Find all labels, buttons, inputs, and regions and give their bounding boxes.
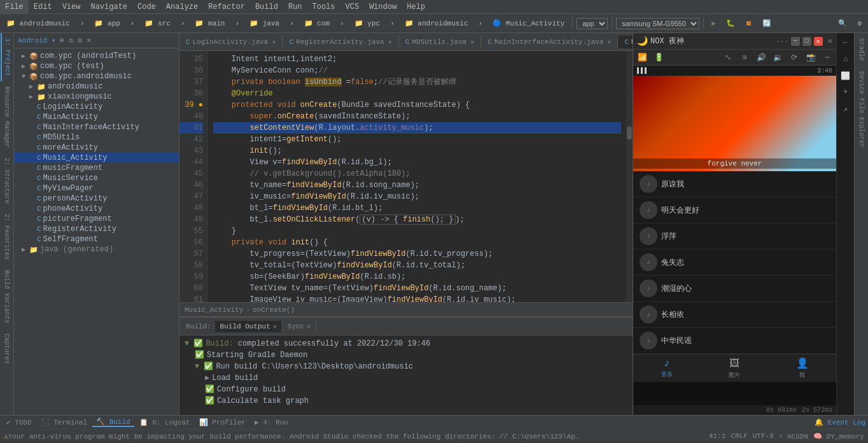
menu-refactor[interactable]: Refactor [203,0,250,14]
tree-item-more[interactable]: C moreActivity [14,143,179,153]
breadcrumb-music-activity[interactable]: Music_Activity [185,306,243,314]
nox-nav-me[interactable]: 👤 我 [769,357,836,379]
profiler-tab[interactable]: 📊 Profiler [195,418,249,426]
build-output-tab[interactable]: Build Output ✕ [215,321,283,332]
nox-maximize-button[interactable]: □ [802,37,811,46]
run-button[interactable]: ▶ [708,18,720,29]
status-crlf[interactable]: CRLF [731,432,747,440]
nox-more-icon[interactable]: ··· [776,38,788,45]
status-encoding[interactable]: UTF-8 [753,432,774,440]
menu-edit[interactable]: Edit [29,0,57,14]
tab-musicactivity[interactable]: C Music_Activity.java ✕ [618,36,633,48]
debug-button[interactable]: 🐛 [722,18,739,29]
nox-tool-vol-down[interactable]: 🔉 [770,51,785,64]
toolbar-src[interactable]: 📁 src [141,18,174,29]
tree-item-phone[interactable]: C phoneActivity [14,204,179,214]
nox-playlist-item-1[interactable]: ♪ 原谅我 [633,171,836,197]
menu-view[interactable]: View [57,0,86,14]
menu-window[interactable]: Window [364,0,402,14]
menu-run[interactable]: Run [283,0,307,14]
tree-item-musicservice[interactable]: C MusicService [14,173,179,183]
code-content[interactable]: Intent intent1,intent2; MyServiceConn co… [208,51,626,302]
event-log-link[interactable]: 🔔 Event Log [815,418,865,426]
tree-item-login[interactable]: C LoginActivity [14,102,179,112]
todo-tab[interactable]: ✔ TODO [3,418,36,426]
menu-code[interactable]: Code [132,0,161,14]
nox-nav-music[interactable]: ♪ 音乐 [633,358,701,379]
nox-share-button[interactable]: ↗ [839,102,853,116]
toolbar-project[interactable]: 📁 androidmusic [3,18,74,29]
structure-tab[interactable]: 2: Structure [1,153,12,209]
tree-item-person[interactable]: C personActivity [14,193,179,204]
tree-item-xiaoxiong[interactable]: ▶ 📁 xiaoxiongmusic [14,92,179,102]
logcat-tab[interactable]: 📋 6: Logcat [136,418,194,426]
terminal-tab[interactable]: ⬛ Terminal [37,418,91,426]
tree-item-java-gen[interactable]: ▶ 📁 java (generated) [14,244,179,255]
settings-button[interactable]: ⚙ [853,18,865,29]
sync-tab[interactable]: Sync ✕ [283,321,316,332]
nox-add-app-button[interactable]: + [839,85,853,99]
sync-close[interactable]: ✕ [307,323,311,330]
toolbar-java[interactable]: 📁 java [246,18,283,29]
nox-playlist-item-7[interactable]: ♪ 中华民谣 [633,328,836,354]
tab-loginactivity[interactable]: C LoginActivity.java ✕ [179,36,283,48]
add-icon[interactable]: ⊕ [58,35,65,46]
tree-item-register[interactable]: C RegisterActivity [14,224,179,234]
nox-screen[interactable]: ▌▌▌ 3:46 forgive never ♪ 原谅我 [633,66,836,405]
editor-scrollbar[interactable] [626,51,633,302]
menu-tools[interactable]: Tools [307,0,340,14]
nox-tool-scale[interactable]: ⤡ [720,51,736,64]
sync-button[interactable]: 🔄 [759,18,775,29]
build-variants-tab[interactable]: Build Variants [1,265,12,328]
build-tab-bottom[interactable]: 🔨 Build [92,418,134,427]
tree-item-maininterface[interactable]: C MainInterfaceActivity [14,122,179,132]
menu-file[interactable]: File [0,0,29,14]
tree-item-androidmusic-folder[interactable]: ▶ 📁 androidmusic [14,81,179,92]
nox-tool-wifi[interactable]: 📶 [634,51,650,64]
tab-close-login[interactable]: ✕ [272,38,276,46]
run-tab[interactable]: ▶ 4: Run [251,418,292,426]
resource-manager-tab[interactable]: Resource Manager [1,81,12,153]
tree-item-test[interactable]: ▶ 📦 com.ypc (test) [14,61,179,71]
nox-recent-button[interactable]: ⬜ [839,69,853,83]
build-output-close[interactable]: ✕ [273,323,277,330]
project-tab[interactable]: 1: Project [1,33,13,81]
tree-item-md5[interactable]: C MD5Utils [14,132,179,143]
toolbar-app[interactable]: 📁 app [90,18,123,29]
nox-tool-more[interactable]: ⋯ [820,51,835,64]
nox-back-nav-button[interactable]: ← [839,36,853,50]
nox-back-icon[interactable]: « [828,37,832,46]
tree-item-mainactivity[interactable]: C MainActivity [14,112,179,122]
nox-tool-battery[interactable]: 🔋 [651,51,666,64]
nox-tool-shake[interactable]: ≋ [737,51,752,64]
nox-minimize-button[interactable]: ─ [791,37,800,46]
tree-item-androidmusic-pkg[interactable]: ▼ 📦 com.ypc.androidmusic [14,71,179,81]
run-config-dropdown[interactable]: app [577,18,608,29]
gear-icon[interactable]: ⚙ [76,35,83,46]
tab-md5utils[interactable]: C MD5Utils.java ✕ [399,36,481,48]
menu-navigate[interactable]: Navigate [85,0,132,14]
tab-close-md5[interactable]: ✕ [470,38,474,46]
status-position[interactable]: 41:1 [709,432,725,440]
sync-project-icon[interactable]: ⇅ [67,35,74,46]
nox-playlist-item-4[interactable]: ♪ 兔失志 [633,250,836,276]
favorites-tab[interactable]: 2: Favorites [1,209,12,265]
menu-help[interactable]: Help [402,0,430,14]
menu-analyze[interactable]: Analyze [161,0,203,14]
nox-playlist-item-5[interactable]: ♪ 潮湿的心 [633,276,836,302]
nox-home-button[interactable]: ⌂ [839,52,853,66]
nox-close-button[interactable]: ✕ [814,37,823,46]
nox-tool-rotate[interactable]: ⟳ [787,51,802,64]
toolbar-com[interactable]: 📁 com [300,18,333,29]
gradle-tab[interactable]: Gradle [856,33,867,66]
tab-registeractivity[interactable]: C RegisterActivity.java ✕ [283,36,398,48]
tree-item-selffrag[interactable]: C SelfFragment [14,234,179,244]
nox-playlist-item-3[interactable]: ♪ 浮萍 [633,223,836,250]
tree-item-myviewpager[interactable]: C MyViewPager [14,183,179,193]
captures-tab[interactable]: Captures [1,328,12,369]
nox-tool-screenshot[interactable]: 📸 [803,51,818,64]
tree-item-androidtest[interactable]: ▶ 📦 com.ypc (androidTest) [14,51,179,61]
close-panel-icon[interactable]: ✕ [85,35,92,46]
search-everywhere-button[interactable]: 🔍 [834,18,851,29]
android-dropdown[interactable]: Android ▾ [18,36,55,45]
